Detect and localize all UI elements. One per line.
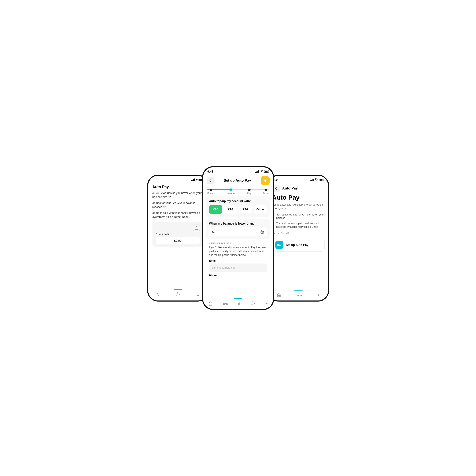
left-status-bar: ▾ [148,176,207,183]
left-title: Auto Pay [148,183,207,191]
right-payments-icon: £ [318,293,320,297]
signal-icon [191,178,195,181]
credit-label: Credit limit [156,233,200,236]
step-energy: Energy [207,189,215,195]
payments-icon: £ [156,293,159,297]
center-battery-icon [264,170,269,172]
left-phone: ▾ Auto Pay c PAYG top-ups so you never w… [147,175,208,302]
receipt-desc: If you'd like a receipt when your Auto P… [209,245,267,257]
right-signal-icon [310,179,314,181]
amount-other-button[interactable]: Other [254,205,267,214]
topup-title: Auto top-up my account with: [209,199,267,203]
right-status-icons [310,178,324,181]
nav-item-payments[interactable]: £ [156,293,159,297]
right-usage-icon [297,293,302,297]
amount-10-button[interactable]: £10 [209,205,222,214]
center-payments-icon: £ [238,302,240,306]
left-nav: £ ? ≡ [148,289,207,301]
left-desc3: op-up is paid with your bank ll never go… [153,211,203,219]
phone-label: Phone [209,274,267,277]
balance-input[interactable]: £2 [209,227,267,237]
right-nav-usage[interactable] [297,293,302,297]
setup-autopay-label: Set up Auto Pay [286,243,308,247]
get-started-label: GET STARTED [272,232,324,234]
lock-icon [260,229,264,234]
email-input[interactable]: sam@example.com [209,263,267,272]
right-phone: 9:41 [268,175,329,302]
svg-point-11 [226,304,228,305]
step-dot-amount [229,188,232,191]
svg-point-8 [262,232,262,233]
svg-point-9 [223,304,224,305]
left-desc1: c PAYG top-ups so you never when your ba… [153,191,203,199]
svg-line-12 [224,303,225,304]
svg-line-13 [226,303,226,304]
center-phone: 9:41 [202,166,274,310]
receipt-label: NEED A RECEIPT? [209,242,267,245]
home-icon [208,301,213,306]
credit-value: £2.00 [156,237,200,244]
svg-point-16 [316,181,317,181]
infinity-icon [275,241,283,249]
balance-value: £2 [212,230,216,234]
balance-card: When my balance is lower than: £2 [206,219,270,239]
help-icon: ? [175,292,180,298]
center-nav: £ ? ≡ [203,298,273,309]
right-wifi-icon [315,178,318,181]
right-nav-home[interactable] [277,293,281,298]
bolt-button[interactable] [261,176,270,185]
check-item-1: ✓ Set repeat top-ups for yo meter when y… [272,213,324,220]
step-done: Done [263,189,269,195]
right-nav-payments[interactable]: £ [318,293,320,297]
center-nav-home[interactable] [208,301,213,306]
center-wifi-icon [260,170,263,173]
center-help-icon: ? [251,301,255,306]
right-desc: Set up automatic PAYG top-u forget to to… [272,203,324,210]
svg-line-20 [299,295,299,295]
left-status-icons: ▾ [191,178,203,181]
amount-20-button[interactable]: £20 [224,205,237,214]
center-signal-icon [255,170,259,173]
right-body: Auto Pay Set up automatic PAYG top-u for… [269,194,328,252]
nav-item-menu[interactable]: ≡ [197,293,199,297]
center-nav-usage[interactable] [223,302,228,305]
step-label-pay: Pay [247,192,251,195]
svg-text:?: ? [177,293,178,296]
svg-point-6 [261,172,262,172]
right-status-bar: 9:41 [269,176,328,183]
left-nav-bar: £ ? ≡ [148,290,207,301]
back-button[interactable] [207,177,214,184]
divider [272,236,324,236]
trash-icon[interactable] [193,224,200,231]
step-dot-pay [248,189,251,191]
setup-autopay-button[interactable]: Set up Auto Pay [272,238,324,252]
step-pay: Pay [247,189,251,195]
check-item-2: ✓ Your auto top-up is paid card, so you'… [272,221,324,229]
right-nav-bar: £ [269,290,328,301]
svg-rect-0 [195,227,198,230]
scene: ▾ Auto Pay c PAYG top-ups so you never w… [122,166,354,310]
left-body: c PAYG top-ups so you never when your ba… [148,191,207,219]
amount-30-button[interactable]: £30 [239,205,252,214]
center-scroll: Auto top-up my account with: £10 £20 £30… [203,196,273,282]
email-label: Email [209,259,267,262]
step-label-energy: Energy [207,192,215,195]
right-big-title: Auto Pay [272,194,324,201]
center-nav-help[interactable]: ? [251,301,255,306]
amount-row: £10 £20 £30 Other [209,205,267,214]
topup-card: Auto top-up my account with: £10 £20 £30… [206,196,270,217]
center-nav-menu[interactable]: ≡ [265,301,268,306]
center-menu-icon: ≡ [265,301,268,306]
right-nav: £ [269,290,328,301]
receipt-section: NEED A RECEIPT? If you'd like a receipt … [206,241,270,280]
svg-point-17 [297,295,299,296]
center-status-bar: 9:41 [203,167,273,174]
step-label-amount: Amount [226,192,235,195]
check-text-2: Your auto top-up is paid card, so you'll… [276,221,324,229]
center-nav-bar: £ ? ≡ [203,299,273,309]
center-nav-payments[interactable]: £ [238,302,240,306]
credit-card: Credit limit £2.00 [153,221,203,247]
right-battery-icon [319,179,324,181]
center-header: Set up Auto Pay [203,174,273,187]
nav-item-help[interactable]: ? [175,292,180,298]
